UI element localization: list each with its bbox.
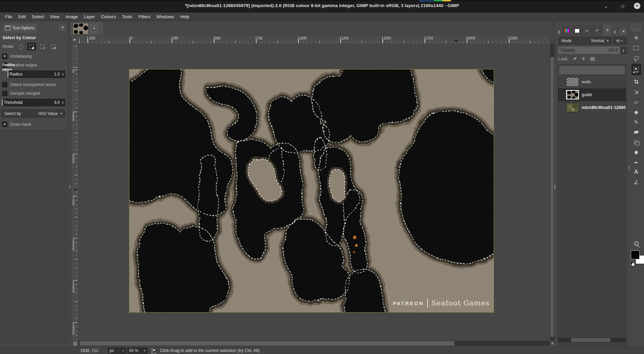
left-divider-grip-icon[interactable]: ••• (69, 185, 71, 189)
fg-bg-colors[interactable] (630, 250, 644, 265)
left-dock-divider[interactable] (68, 21, 69, 354)
vertical-scrollbar[interactable] (550, 43, 555, 341)
select-by-dropdown[interactable]: Select by HSV Value ▼ (1, 110, 65, 118)
tabs-scroll-right-icon[interactable]: ❯ (613, 28, 617, 36)
ruler-top[interactable]: -250 0 250 500 750 1000 1250 1500 1750 2… (78, 36, 550, 44)
right-dock-tab-menu-button[interactable]: ◀ (620, 29, 626, 34)
lock-pixels-icon[interactable]: ✐ (573, 56, 577, 61)
vertical-scrollbar-thumb[interactable] (551, 57, 555, 337)
tool-clone[interactable] (632, 138, 641, 147)
threshold-value[interactable]: 3.0 (54, 100, 61, 105)
magnifier-icon (634, 241, 639, 246)
sample-merged-row[interactable]: ✕ Sample merged (2, 91, 40, 96)
draw-mask-checkbox[interactable]: ✕ (2, 122, 7, 127)
tool-rectangle-select[interactable] (632, 43, 641, 52)
menu-filters[interactable]: Filters (135, 13, 153, 20)
minimize-button[interactable]: ⌄ (602, 3, 610, 9)
tool-free-select[interactable] (632, 54, 641, 62)
menu-edit[interactable]: Edit (15, 13, 29, 20)
sample-merged-checkbox[interactable]: ✕ (2, 91, 7, 96)
tab-paint-dynamics[interactable]: ✐ (592, 25, 602, 36)
mode-subtract-button[interactable] (38, 43, 47, 50)
tool-eraser[interactable] (632, 128, 641, 137)
blend-space-button[interactable]: ⟲ ▼ (613, 37, 626, 45)
tab-tool-options[interactable]: Tool Options (2, 23, 38, 33)
layer-mode-dropdown[interactable]: Mode Normal ▼ (558, 37, 612, 45)
close-image-icon[interactable]: ✕ (91, 25, 97, 32)
left-dock-tab-menu-button[interactable]: ◀ (59, 25, 65, 30)
toolbox-grip-icon[interactable]: ••• (628, 166, 631, 170)
menu-view[interactable]: View (47, 13, 63, 20)
radius-slider[interactable]: Radius 1.0 ▲▼ (7, 70, 65, 78)
navigation-button[interactable]: ✛ (550, 341, 555, 346)
select-transparent-checkbox[interactable]: ✕ (2, 82, 7, 87)
layer-list-hscrollbar-thumb[interactable] (571, 338, 610, 342)
menu-windows[interactable]: Windows (153, 13, 177, 20)
antialiasing-row[interactable]: ✕ Antialiasing (2, 54, 32, 59)
menu-tools[interactable]: Tools (119, 13, 135, 20)
menu-layer[interactable]: Layer (81, 13, 98, 20)
threshold-spinner[interactable]: ▲▼ (61, 101, 65, 104)
default-colors-icon[interactable] (632, 263, 635, 266)
horizontal-scrollbar-thumb[interactable] (80, 341, 455, 346)
opacity-slider[interactable]: Opacity 100.0 (558, 47, 620, 54)
menu-help[interactable]: Help (177, 13, 192, 20)
zoom-dropdown[interactable]: 50 % ▼ (127, 348, 148, 354)
tab-brushes[interactable] (572, 25, 582, 36)
menu-file[interactable]: File (2, 13, 15, 20)
menu-image[interactable]: Image (62, 13, 81, 20)
close-button[interactable]: ✕ (634, 3, 640, 9)
menu-select[interactable]: Select (29, 13, 47, 20)
mode-intersect-button[interactable] (49, 43, 58, 50)
ruler-top-label: -250 (87, 36, 95, 42)
unit-dropdown[interactable]: px ▼ (108, 348, 126, 354)
tab-layers[interactable]: ≡ (603, 24, 612, 36)
tab-colors[interactable] (562, 25, 572, 36)
canvas-viewport[interactable]: PATREON Seafoot Games (78, 43, 550, 341)
menu-colours[interactable]: Colours (98, 13, 119, 20)
tool-paintbrush[interactable]: ✎ (632, 118, 641, 126)
horizontal-scrollbar[interactable] (79, 341, 550, 346)
radius-value[interactable]: 1.0 (54, 72, 61, 77)
maximize-button[interactable]: ◇ (619, 3, 626, 9)
tab-undo-history[interactable]: ↩ (582, 25, 592, 36)
layer-list-hscrollbar[interactable] (558, 338, 626, 342)
draw-mask-row[interactable]: ✕ Draw mask (2, 122, 31, 127)
antialiasing-checkbox[interactable]: ✕ (2, 54, 7, 59)
foreground-color-swatch[interactable] (631, 250, 640, 259)
layer-row-guide[interactable]: guide (558, 88, 626, 101)
ruler-left[interactable]: 0 250 500 750 1000 1250 1500 (72, 43, 78, 341)
tool-bucket-fill[interactable]: ◆ (632, 108, 641, 116)
select-transparent-row[interactable]: ✕ Select transparent areas (2, 82, 56, 87)
feather-checkbox[interactable]: Feather edges (2, 62, 7, 68)
tool-blur[interactable] (632, 148, 641, 157)
layer-row-base[interactable]: ndzn80c9kxa51-12660 (558, 101, 626, 114)
right-dock-divider[interactable] (553, 21, 554, 354)
tool-cage-transform[interactable]: ▱ (632, 97, 641, 106)
menubar: File Edit Select View Image Layer Colour… (0, 12, 644, 21)
mode-add-button[interactable] (27, 43, 36, 50)
tool-ink[interactable]: ✒ (632, 158, 641, 167)
radius-spinner[interactable]: ▲▼ (61, 72, 65, 76)
tool-move[interactable]: ✛ (632, 33, 641, 42)
tool-measure[interactable]: ∠ (632, 178, 641, 186)
tool-select-by-colour[interactable] (632, 64, 641, 75)
ruler-corner-button[interactable]: ▶ (72, 36, 78, 43)
canvas-image[interactable]: PATREON Seafoot Games (129, 69, 494, 312)
layer-row-walls[interactable]: walls (558, 76, 626, 88)
threshold-slider[interactable]: Threshold 3.0 ▲▼ (1, 99, 65, 106)
tool-text[interactable]: A (632, 168, 641, 176)
mode-replace-button[interactable] (17, 43, 25, 50)
tool-crop[interactable] (632, 77, 641, 86)
tabs-scroll-left-icon[interactable]: ❮ (557, 28, 561, 36)
tool-zoom[interactable] (632, 239, 641, 248)
image-tab[interactable]: ✕ (70, 21, 104, 35)
feather-row[interactable]: Feather edges Feather edges (2, 62, 37, 68)
select-transparent-label: Select transparent areas (10, 82, 56, 87)
opacity-spinner[interactable]: ▲▼ (620, 47, 626, 54)
tool-transform[interactable]: ⇲ (632, 87, 641, 96)
lock-alpha-icon[interactable] (590, 57, 595, 61)
lock-position-icon[interactable]: ✛ (582, 56, 585, 61)
ruler-left-label: 1250 (72, 281, 75, 293)
quick-mask-toggle[interactable] (72, 341, 78, 346)
